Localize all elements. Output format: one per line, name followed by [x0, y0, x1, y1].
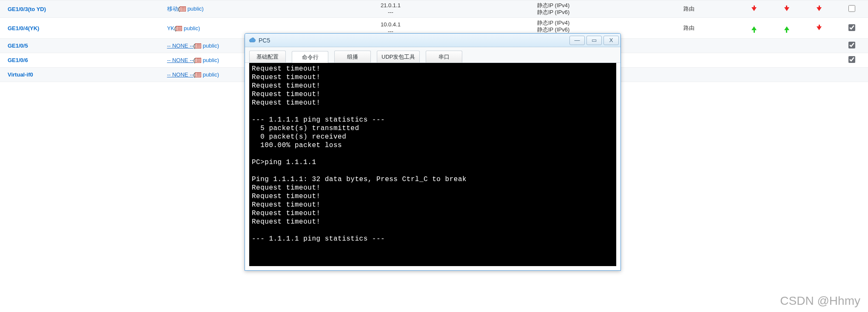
tab-3[interactable]: UDP发包工具	[377, 51, 420, 62]
arrow-down-icon	[751, 7, 757, 11]
arrow-up-icon	[751, 26, 757, 30]
window-title: PC5	[259, 37, 568, 44]
status-arrow-cell	[770, 18, 803, 39]
arrow-down-icon	[817, 7, 822, 11]
row-checkbox[interactable]	[848, 24, 855, 31]
interface-link[interactable]: GE1/0/6	[8, 57, 28, 63]
status-arrow-cell	[738, 0, 771, 18]
app-icon	[248, 37, 256, 44]
status-arrow-cell	[738, 53, 771, 68]
status-arrow-cell	[770, 0, 803, 18]
arrow-down-icon	[817, 26, 822, 30]
network-link[interactable]: -- NONE --	[167, 43, 194, 49]
public-link[interactable]: public)	[201, 43, 219, 49]
tab-0[interactable]: 基础配置	[249, 51, 286, 62]
status-arrow-cell	[803, 39, 836, 53]
close-button[interactable]: X	[603, 36, 619, 45]
status-arrow-cell	[770, 68, 803, 82]
tab-1[interactable]: 命令行	[292, 51, 328, 63]
status-arrow-cell	[738, 18, 771, 39]
network-link[interactable]: YK	[167, 25, 174, 31]
status-arrow-cell	[770, 53, 803, 68]
arrow-up-icon	[784, 26, 789, 30]
nic-icon	[180, 6, 186, 11]
nic-icon	[176, 26, 182, 31]
checkbox-cell	[835, 0, 868, 18]
interface-link[interactable]: GE1/0/4(YK)	[8, 25, 39, 31]
watermark: CSDN @Hhmy	[780, 294, 860, 308]
public-link[interactable]: public)	[201, 57, 219, 63]
checkbox-cell	[835, 53, 868, 68]
status-arrow-cell	[803, 53, 836, 68]
arrow-down-icon	[784, 7, 789, 11]
public-link[interactable]: public)	[186, 6, 204, 12]
checkbox-cell	[835, 68, 868, 82]
network-link[interactable]: 移动	[167, 6, 178, 12]
interface-link[interactable]: GE1/0/5	[8, 43, 28, 49]
network-link[interactable]: -- NONE --	[167, 57, 194, 63]
tab-2[interactable]: 组播	[334, 51, 371, 62]
status-arrow-cell	[738, 68, 771, 82]
row-checkbox[interactable]	[848, 42, 855, 48]
pc5-window: PC5 — ▭ X 基础配置命令行组播UDP发包工具串口 Request tim…	[245, 33, 621, 271]
status-arrow-cell	[803, 18, 836, 39]
type-cell: 静态IP (IPv4)静态IP (IPv6)	[467, 0, 640, 18]
terminal-output[interactable]: Request timeout! Request timeout! Reques…	[249, 63, 616, 266]
maximize-button[interactable]: ▭	[586, 36, 602, 45]
checkbox-cell	[835, 39, 868, 53]
interface-link[interactable]: GE1/0/3(to YD)	[8, 6, 46, 12]
ip-cell: 21.0.1.1---	[315, 0, 467, 18]
checkbox-cell	[835, 18, 868, 39]
network-link[interactable]: -- NONE --	[167, 71, 194, 78]
status-arrow-cell	[738, 39, 771, 53]
route-cell	[640, 68, 738, 82]
tab-4[interactable]: 串口	[426, 51, 462, 62]
row-checkbox[interactable]	[848, 56, 855, 63]
route-cell: 路由	[640, 18, 738, 39]
public-link[interactable]: public)	[182, 25, 200, 31]
interface-link[interactable]: Virtual-if0	[8, 71, 33, 78]
minimize-button[interactable]: —	[569, 36, 585, 45]
tabbar: 基础配置命令行组播UDP发包工具串口	[245, 47, 620, 63]
status-arrow-cell	[803, 68, 836, 82]
route-cell	[640, 39, 738, 53]
public-link[interactable]: public)	[201, 71, 219, 78]
titlebar[interactable]: PC5 — ▭ X	[245, 34, 620, 47]
nic-icon	[195, 58, 201, 63]
status-arrow-cell	[770, 39, 803, 53]
table-row: GE1/0/3(to YD)移动( public)21.0.1.1---静态IP…	[0, 0, 868, 18]
route-cell	[640, 53, 738, 68]
status-arrow-cell	[803, 0, 836, 18]
route-cell: 路由	[640, 0, 738, 18]
nic-icon	[195, 43, 201, 48]
row-checkbox[interactable]	[848, 5, 855, 12]
nic-icon	[195, 72, 201, 77]
